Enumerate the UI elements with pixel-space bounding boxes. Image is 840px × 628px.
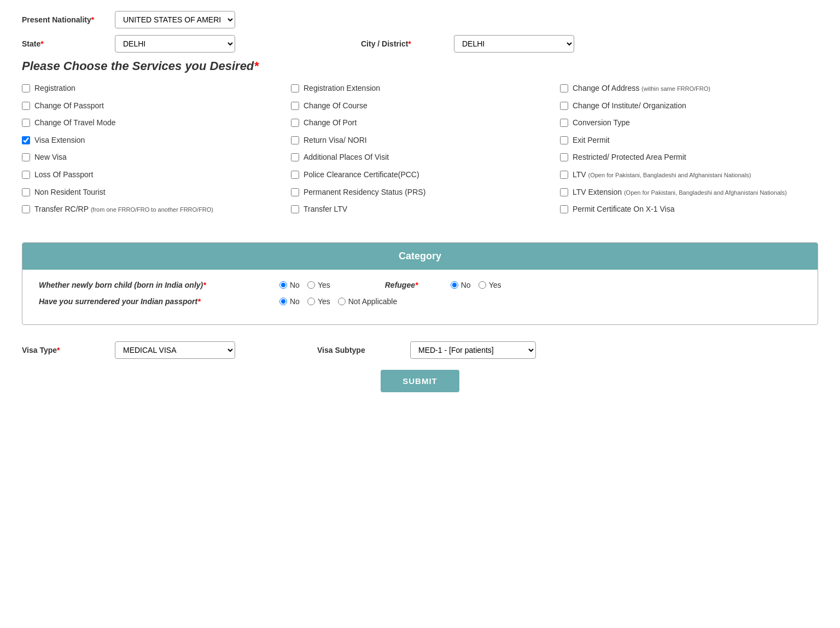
service-label-conversion-type: Conversion Type bbox=[573, 118, 630, 129]
refugee-yes-option[interactable]: Yes bbox=[479, 281, 501, 289]
service-checkbox-permit-certificate[interactable] bbox=[560, 205, 568, 213]
service-item-registration: Registration bbox=[22, 83, 280, 94]
service-label-change-of-institute: Change Of Institute/ Organization bbox=[573, 101, 686, 112]
service-checkbox-non-resident-tourist[interactable] bbox=[22, 188, 30, 196]
city-district-select[interactable]: DELHINEW DELHIEAST DELHIWEST DELHI bbox=[454, 35, 574, 53]
service-checkbox-permanent-residency[interactable] bbox=[291, 188, 299, 196]
service-label-change-of-passport: Change Of Passport bbox=[34, 101, 104, 112]
service-label-change-of-travel-mode: Change Of Travel Mode bbox=[34, 118, 116, 129]
service-label-transfer-ltv: Transfer LTV bbox=[304, 204, 347, 215]
service-label-permanent-residency: Permanent Residency Status (PRS) bbox=[304, 187, 425, 198]
service-checkbox-registration-extension[interactable] bbox=[291, 84, 299, 92]
service-checkbox-change-of-course[interactable] bbox=[291, 102, 299, 110]
visa-subtype-label: Visa Subtype bbox=[317, 346, 405, 354]
service-label-return-visa-nori: Return Visa/ NORI bbox=[304, 135, 367, 146]
visa-subtype-select[interactable]: MED-1 - [For patients]MED-2 - [For atten… bbox=[410, 341, 536, 359]
service-checkbox-ltv-extension[interactable] bbox=[560, 188, 568, 196]
question1-yes-label: Yes bbox=[318, 281, 330, 289]
service-item-change-of-course: Change Of Course bbox=[291, 101, 549, 112]
service-item-change-of-passport: Change Of Passport bbox=[22, 101, 280, 112]
service-label-visa-extension: Visa Extension bbox=[34, 135, 85, 146]
service-item-new-visa: New Visa bbox=[22, 152, 280, 163]
service-item-ltv-extension: LTV Extension (Open for Pakistani, Bangl… bbox=[560, 187, 818, 198]
question2-no-option[interactable]: No bbox=[279, 297, 300, 306]
service-item-permanent-residency: Permanent Residency Status (PRS) bbox=[291, 187, 549, 198]
visa-type-label: Visa Type* bbox=[22, 346, 109, 354]
state-select[interactable]: DELHIMUMBAIKOLKATACHENNAI bbox=[115, 35, 235, 53]
service-label-restricted-area: Restricted/ Protected Area Permit bbox=[573, 152, 686, 163]
service-item-ltv: LTV (Open for Pakistani, Bangladeshi and… bbox=[560, 170, 818, 181]
service-checkbox-police-clearance[interactable] bbox=[291, 171, 299, 179]
service-item-transfer-ltv: Transfer LTV bbox=[291, 204, 549, 215]
service-checkbox-change-of-travel-mode[interactable] bbox=[22, 119, 30, 127]
services-title: Please Choose the Services you Desired* bbox=[22, 59, 818, 73]
question2-yes-option[interactable]: Yes bbox=[307, 297, 330, 306]
service-checkbox-change-of-address[interactable] bbox=[560, 84, 568, 92]
service-item-permit-certificate: Permit Certificate On X-1 Visa bbox=[560, 204, 818, 215]
service-label-registration: Registration bbox=[34, 83, 75, 94]
question2-na-option[interactable]: Not Applicable bbox=[338, 297, 398, 306]
service-item-change-of-port: Change Of Port bbox=[291, 118, 549, 129]
service-item-transfer-rc-rp: Transfer RC/RP (from one FRRO/FRO to ano… bbox=[22, 204, 280, 215]
service-checkbox-return-visa-nori[interactable] bbox=[291, 136, 299, 144]
service-item-conversion-type: Conversion Type bbox=[560, 118, 818, 129]
service-item-additional-places: Additional Places Of Visit bbox=[291, 152, 549, 163]
service-checkbox-new-visa[interactable] bbox=[22, 153, 30, 161]
question1-no-option[interactable]: No bbox=[279, 281, 300, 289]
service-item-return-visa-nori: Return Visa/ NORI bbox=[291, 135, 549, 146]
service-checkbox-conversion-type[interactable] bbox=[560, 119, 568, 127]
service-item-police-clearance: Police Clearance Certificate(PCC) bbox=[291, 170, 549, 181]
present-nationality-label: Present Nationality* bbox=[22, 15, 109, 24]
service-item-change-of-institute: Change Of Institute/ Organization bbox=[560, 101, 818, 112]
service-checkbox-visa-extension[interactable] bbox=[22, 136, 30, 144]
city-district-label: City / District* bbox=[361, 39, 448, 48]
service-item-exit-permit: Exit Permit bbox=[560, 135, 818, 146]
service-label-ltv-extension: LTV Extension (Open for Pakistani, Bangl… bbox=[573, 187, 787, 198]
present-nationality-select[interactable]: UNITED STATES OF AMERICAINDIAUKCANADA bbox=[115, 11, 235, 28]
visa-type-select[interactable]: MEDICAL VISASTUDENT VISATOURIST VISABUSI… bbox=[115, 341, 235, 359]
question2-radio-group: No Yes Not Applicable bbox=[279, 297, 397, 306]
service-checkbox-additional-places[interactable] bbox=[291, 153, 299, 161]
refugee-no-label: No bbox=[461, 281, 471, 289]
service-label-change-of-address: Change Of Address (within same FRRO/FRO) bbox=[573, 83, 710, 94]
question2-no-label: No bbox=[290, 297, 300, 306]
refugee-radio-group: No Yes bbox=[451, 281, 501, 289]
service-checkbox-transfer-ltv[interactable] bbox=[291, 205, 299, 213]
service-item-restricted-area: Restricted/ Protected Area Permit bbox=[560, 152, 818, 163]
service-label-change-of-port: Change Of Port bbox=[304, 118, 357, 129]
service-label-change-of-course: Change Of Course bbox=[304, 101, 368, 112]
service-item-visa-extension: Visa Extension bbox=[22, 135, 280, 146]
service-checkbox-restricted-area[interactable] bbox=[560, 153, 568, 161]
service-checkbox-registration[interactable] bbox=[22, 84, 30, 92]
service-checkbox-change-of-port[interactable] bbox=[291, 119, 299, 127]
question2-label: Have you surrendered your Indian passpor… bbox=[39, 297, 269, 306]
service-checkbox-change-of-institute[interactable] bbox=[560, 102, 568, 110]
service-label-registration-extension: Registration Extension bbox=[304, 83, 380, 94]
service-label-non-resident-tourist: Non Resident Tourist bbox=[34, 187, 106, 198]
service-checkbox-exit-permit[interactable] bbox=[560, 136, 568, 144]
service-label-exit-permit: Exit Permit bbox=[573, 135, 610, 146]
question1-no-label: No bbox=[290, 281, 300, 289]
question1-yes-option[interactable]: Yes bbox=[307, 281, 330, 289]
service-item-registration-extension: Registration Extension bbox=[291, 83, 549, 94]
service-checkbox-loss-of-passport[interactable] bbox=[22, 171, 30, 179]
state-label: State* bbox=[22, 39, 109, 48]
service-checkbox-transfer-rc-rp[interactable] bbox=[22, 205, 30, 213]
service-checkbox-ltv[interactable] bbox=[560, 171, 568, 179]
service-label-transfer-rc-rp: Transfer RC/RP (from one FRRO/FRO to ano… bbox=[34, 204, 213, 215]
service-checkbox-change-of-passport[interactable] bbox=[22, 102, 30, 110]
question1-radio-group: No Yes bbox=[279, 281, 330, 289]
service-item-change-of-travel-mode: Change Of Travel Mode bbox=[22, 118, 280, 129]
question1-label: Whether newly born child (born in India … bbox=[39, 281, 269, 289]
service-item-non-resident-tourist: Non Resident Tourist bbox=[22, 187, 280, 198]
service-item-loss-of-passport: Loss Of Passport bbox=[22, 170, 280, 181]
refugee-no-option[interactable]: No bbox=[451, 281, 471, 289]
category-header: Category bbox=[22, 243, 818, 270]
submit-button[interactable]: SUBMIT bbox=[381, 370, 459, 392]
category-section: Category Whether newly born child (born … bbox=[22, 242, 818, 325]
service-label-police-clearance: Police Clearance Certificate(PCC) bbox=[304, 170, 419, 181]
refugee-yes-label: Yes bbox=[489, 281, 501, 289]
service-label-loss-of-passport: Loss Of Passport bbox=[34, 170, 93, 181]
refugee-label: Refugee* bbox=[385, 281, 440, 289]
service-label-ltv: LTV (Open for Pakistani, Bangladeshi and… bbox=[573, 170, 751, 181]
